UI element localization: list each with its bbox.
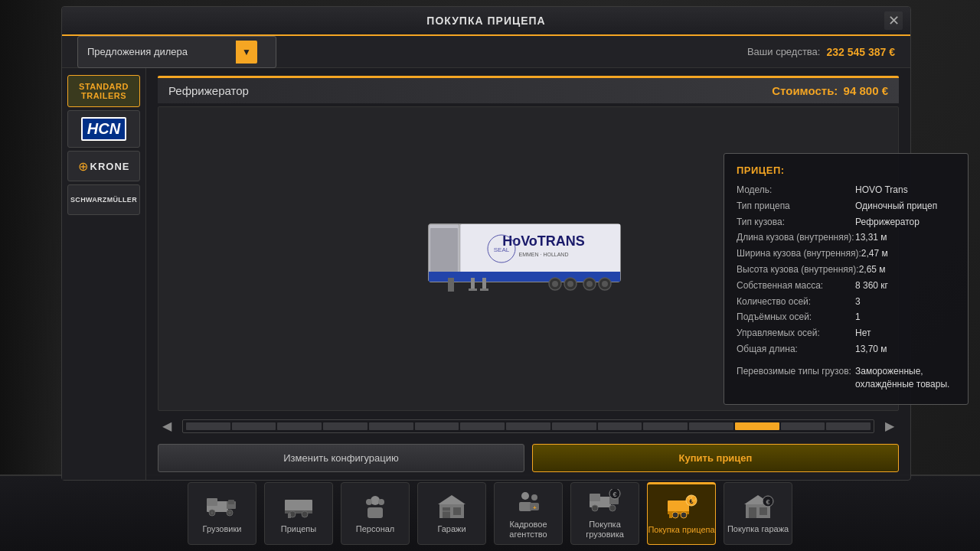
svg-rect-21: [448, 278, 454, 292]
info-row-4: Ширина кузова (внутренняя):2,47 м: [737, 247, 956, 260]
sidebar-item-hcn[interactable]: HCN: [67, 110, 140, 148]
dropdown-arrow-icon: ▼: [236, 41, 257, 64]
info-label-10: Общая длина:: [737, 343, 855, 356]
taskbar-trailers-label: Прицепы: [281, 524, 316, 534]
info-value-3: 13,31 м: [855, 231, 956, 244]
taskbar-buy-truck-label: Покупка грузовика: [571, 520, 639, 540]
taskbar-buy-trailer-label: Покупка прицепа: [648, 525, 714, 535]
info-value-9: Нет: [855, 327, 956, 340]
funds-label: Ваши средства:: [747, 46, 821, 57]
svg-point-58: [672, 512, 678, 518]
info-row-6: Собственная масса:8 360 кг: [737, 279, 956, 292]
sidebar-item-krone[interactable]: ⊕ KRONE: [67, 151, 140, 181]
info-panel-title: ПРИЦЕП:: [737, 165, 956, 176]
taskbar-item-trailers[interactable]: Прицепы: [264, 482, 333, 545]
product-header: Рефрижератор Стоимость: 94 800 €: [158, 76, 899, 103]
product-name: Рефрижератор: [168, 84, 249, 97]
svg-rect-18: [482, 278, 486, 289]
svg-point-27: [211, 511, 214, 514]
svg-point-33: [302, 511, 308, 517]
info-label-3: Длина кузова (внутренняя):: [737, 231, 855, 244]
slider-seg-14: [781, 422, 825, 430]
krone-symbol: ⊕: [78, 159, 88, 174]
svg-rect-2: [430, 228, 458, 278]
garages-icon: [435, 492, 469, 521]
slider-track[interactable]: [182, 419, 874, 433]
svg-rect-42: [453, 507, 461, 515]
info-label-12: Перевозимые типы грузов:: [737, 365, 855, 391]
svg-rect-19: [469, 289, 477, 291]
slider-seg-9: [552, 422, 596, 430]
svg-point-64: [688, 496, 691, 499]
taskbar-item-trucks[interactable]: Грузовики: [188, 482, 256, 545]
info-row-9: Управляемых осей:Нет: [737, 327, 956, 340]
taskbar-item-buy-truck[interactable]: € Покупка грузовика: [570, 482, 639, 545]
slider-seg-12: [689, 422, 733, 430]
taskbar-hr-label: Кадровое агентство: [495, 520, 562, 540]
info-rows: Модель:HOVO TransТип прицепаОдиночный пр…: [737, 184, 956, 390]
svg-point-12: [567, 281, 573, 287]
sidebar-item-standard-trailers[interactable]: STANDARDTRAILERS: [67, 75, 140, 107]
svg-rect-60: [669, 514, 672, 518]
info-row-8: Подъёмных осей:1: [737, 311, 956, 324]
info-row-0: Модель:HOVO Trans: [737, 184, 956, 197]
info-label-9: Управляемых осей:: [737, 327, 855, 340]
slider-left-arrow[interactable]: ◀: [158, 417, 176, 435]
trucks-icon: [205, 492, 239, 521]
dealer-dropdown[interactable]: Предложения дилера ▼: [77, 36, 276, 68]
svg-rect-36: [368, 507, 383, 518]
info-label-1: Тип прицепа: [737, 200, 855, 213]
close-button[interactable]: ✕: [884, 11, 903, 30]
svg-rect-56: [668, 500, 689, 513]
buy-truck-icon: €: [588, 487, 622, 517]
svg-rect-45: [519, 502, 531, 511]
svg-point-38: [378, 499, 384, 505]
config-button[interactable]: Изменить конфигурацию: [158, 444, 524, 472]
slider-seg-15: [826, 422, 871, 430]
info-row-5: Высота кузова (внутренняя):2,65 м: [737, 263, 956, 276]
taskbar-item-personnel[interactable]: Персонал: [341, 482, 410, 545]
info-label-4: Ширина кузова (внутренняя):: [737, 247, 861, 260]
slider-seg-3: [277, 422, 322, 430]
slider-seg-8: [506, 422, 550, 430]
trailer-svg: HoVoTRANS EMMEN · HOLLAND SEAL: [406, 209, 651, 308]
svg-point-59: [681, 512, 687, 518]
info-row-2: Тип кузова:Рефрижератор: [737, 216, 956, 229]
taskbar-item-garages[interactable]: Гаражи: [417, 482, 486, 545]
slider-seg-4: [323, 422, 368, 430]
svg-rect-17: [471, 278, 475, 289]
slider-seg-7: [460, 422, 505, 430]
buy-button[interactable]: Купить прицеп: [532, 444, 899, 472]
svg-text:SEAL: SEAL: [494, 246, 510, 253]
taskbar-item-hr[interactable]: + Кадровое агентство: [494, 482, 563, 545]
dealer-bar: Предложения дилера ▼ Ваши средства: 232 …: [62, 36, 910, 68]
svg-rect-31: [285, 510, 312, 514]
hcn-logo: HCN: [81, 117, 126, 141]
svg-rect-23: [207, 498, 217, 506]
slider-right-arrow[interactable]: ▶: [880, 417, 899, 435]
funds-value: 232 545 387 €: [826, 46, 895, 58]
info-row-1: Тип прицепаОдиночный прицеп: [737, 200, 956, 213]
svg-rect-67: [749, 507, 756, 518]
svg-rect-50: [590, 494, 600, 501]
schwarzmuller-logo: SCHWARZMÜLLER: [70, 196, 137, 204]
info-label-8: Подъёмных осей:: [737, 311, 855, 324]
svg-point-63: [691, 496, 696, 500]
info-row-3: Длина кузова (внутренняя):13,31 м: [737, 231, 956, 244]
taskbar-item-buy-trailer[interactable]: € Покупка прицепа: [647, 482, 716, 545]
info-value-7: 3: [855, 295, 956, 308]
svg-rect-20: [480, 289, 488, 291]
product-price: Стоимость: 94 800 €: [772, 84, 888, 97]
taskbar-item-buy-garage[interactable]: € Покупка гаража: [724, 482, 792, 545]
personnel-icon: [358, 492, 392, 521]
svg-point-35: [371, 496, 380, 505]
sidebar-item-schwarzmuller[interactable]: SCHWARZMÜLLER: [67, 184, 140, 215]
svg-point-44: [521, 492, 529, 500]
info-label-6: Собственная масса:: [737, 279, 855, 292]
svg-text:EMMEN · HOLLAND: EMMEN · HOLLAND: [519, 252, 569, 257]
taskbar-garages-label: Гаражи: [437, 524, 466, 534]
taskbar-buy-garage-label: Покупка гаража: [727, 524, 789, 534]
standard-trailers-label: STANDARDTRAILERS: [79, 82, 129, 100]
slider-seg-5: [369, 422, 413, 430]
info-label-2: Тип кузова:: [737, 216, 855, 229]
